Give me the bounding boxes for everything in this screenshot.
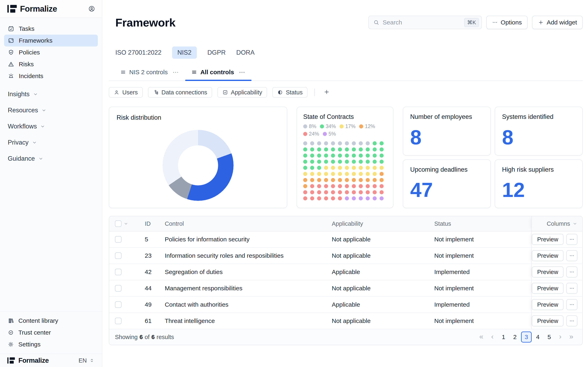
waffle-dot [359, 160, 363, 164]
row-more-button[interactable] [566, 250, 577, 261]
waffle-dot [359, 166, 363, 170]
language-selector[interactable]: EN [79, 357, 95, 364]
preview-button[interactable]: Preview [532, 283, 563, 294]
waffle-dot [380, 141, 384, 145]
row-select-checkbox[interactable] [115, 285, 121, 292]
waffle-dot [359, 141, 363, 145]
waffle-dot [366, 160, 370, 164]
sidebar-item-content-library[interactable]: Content library [4, 315, 98, 327]
row-id: 23 [139, 248, 158, 264]
formalize-logo: Formalize [7, 4, 57, 13]
waffle-dot [331, 172, 335, 176]
row-select-checkbox[interactable] [115, 318, 121, 324]
tab-iso-27001-2022[interactable]: ISO 27001:2022 [115, 47, 162, 59]
legend-label: 17% [345, 123, 355, 129]
chevron-down-icon[interactable] [123, 221, 129, 226]
account-icon[interactable] [88, 5, 95, 12]
row-select-checkbox[interactable] [115, 301, 121, 308]
tab-options-icon[interactable]: ⋯ [173, 68, 179, 76]
sidebar-item-frameworks[interactable]: Frameworks [4, 35, 98, 47]
first-page-button[interactable] [476, 334, 486, 340]
sidebar-section-guidance[interactable]: Guidance [8, 150, 94, 167]
row-more-button[interactable] [566, 299, 577, 310]
column-header-applicability[interactable]: Applicability [327, 216, 429, 231]
row-select-checkbox[interactable] [115, 252, 121, 259]
waffle-dot [338, 160, 342, 164]
sidebar-item-trust-center[interactable]: Trust center [4, 327, 98, 338]
risk-distribution-card: Risk distribution [109, 107, 287, 208]
add-widget-button[interactable]: Add widget [532, 16, 583, 29]
tab-nis-2-controls[interactable]: NIS 2 controls⋯ [114, 67, 185, 81]
row-select-checkbox[interactable] [115, 236, 121, 243]
search-input[interactable] [382, 19, 461, 26]
row-more-button[interactable] [566, 283, 577, 294]
add-filter-button[interactable] [322, 89, 332, 96]
page-button-1[interactable]: 1 [498, 332, 509, 342]
sidebar-item-incidents[interactable]: Incidents [4, 70, 98, 82]
tab-dora[interactable]: DORA [236, 47, 255, 59]
column-header-control[interactable]: Control [158, 216, 327, 231]
tab-dgpr[interactable]: DGPR [208, 47, 226, 59]
sidebar-section-insights[interactable]: Insights [8, 86, 94, 102]
prev-page-button[interactable] [487, 334, 497, 340]
page-button-4[interactable]: 4 [532, 332, 543, 342]
row-more-button[interactable] [566, 267, 577, 277]
select-all-checkbox[interactable] [115, 220, 121, 227]
preview-button[interactable]: Preview [532, 315, 563, 326]
waffle-dot [317, 184, 321, 188]
preview-button[interactable]: Preview [532, 250, 563, 261]
filter-chip-users[interactable]: Users [109, 87, 143, 98]
search-box[interactable]: ⌘K [368, 16, 482, 29]
row-status: Implemented [429, 264, 531, 280]
sidebar-item-label: Frameworks [19, 37, 52, 44]
contracts-waffle-chart [303, 141, 387, 200]
formalize-footer-logo: Formalize [7, 356, 49, 365]
row-more-button[interactable] [566, 234, 577, 245]
filter-chip-applicability[interactable]: Applicability [217, 87, 267, 98]
sidebar-item-label: Incidents [19, 73, 43, 80]
column-header-id[interactable]: ID [139, 216, 158, 231]
waffle-dot [359, 178, 363, 182]
chevron-down-icon [40, 124, 45, 129]
sidebar-section-workflows[interactable]: Workflows [8, 118, 94, 134]
search-shortcut-badge: ⌘K [464, 18, 479, 27]
topbar: Framework ⌘K Options Add widget [109, 8, 583, 37]
column-header-status[interactable]: Status [429, 216, 531, 231]
preview-button[interactable]: Preview [532, 299, 563, 310]
topbar-actions: ⌘K Options Add widget [368, 16, 583, 29]
waffle-dot [373, 196, 377, 200]
waffle-dot [331, 141, 335, 145]
row-status: Not implement [429, 231, 531, 247]
tab-nis2[interactable]: NIS2 [172, 47, 197, 59]
sidebar-item-policies[interactable]: Policies [4, 47, 98, 58]
options-button[interactable]: Options [486, 16, 527, 29]
columns-menu-button[interactable]: Columns [531, 216, 582, 231]
waffle-dot [366, 196, 370, 200]
row-more-button[interactable] [566, 315, 577, 326]
page-button-3[interactable]: 3 [521, 332, 532, 342]
tab-all-controls[interactable]: All controls⋯ [185, 67, 251, 81]
sidebar-section-resources[interactable]: Resources [8, 102, 94, 118]
tab-options-icon[interactable]: ⋯ [239, 68, 245, 76]
legend-dot-icon [339, 124, 344, 128]
filter-chip-status[interactable]: Status [272, 87, 307, 98]
page-button-5[interactable]: 5 [544, 332, 554, 342]
filter-chip-data-connections[interactable]: Data connections [148, 87, 212, 98]
sidebar-item-risks[interactable]: Risks [4, 58, 98, 70]
sidebar-section-label: Resources [8, 107, 38, 114]
page-button-2[interactable]: 2 [510, 332, 520, 342]
sidebar-item-tasks[interactable]: Tasks [4, 23, 98, 35]
preview-button[interactable]: Preview [532, 234, 563, 245]
row-select-checkbox[interactable] [115, 269, 121, 275]
waffle-dot [345, 184, 349, 188]
last-page-button[interactable] [566, 334, 577, 340]
formalize-logo-icon [7, 357, 13, 364]
row-id: 44 [139, 280, 158, 296]
sidebar-item-settings[interactable]: Settings [4, 338, 98, 350]
sidebar-section-privacy[interactable]: Privacy [8, 134, 94, 150]
stat-card-systems-identified: Systems identified8 [495, 107, 583, 156]
preview-button[interactable]: Preview [532, 267, 563, 277]
waffle-dot [366, 154, 370, 158]
policies-icon [8, 49, 14, 56]
next-page-button[interactable] [555, 334, 566, 340]
